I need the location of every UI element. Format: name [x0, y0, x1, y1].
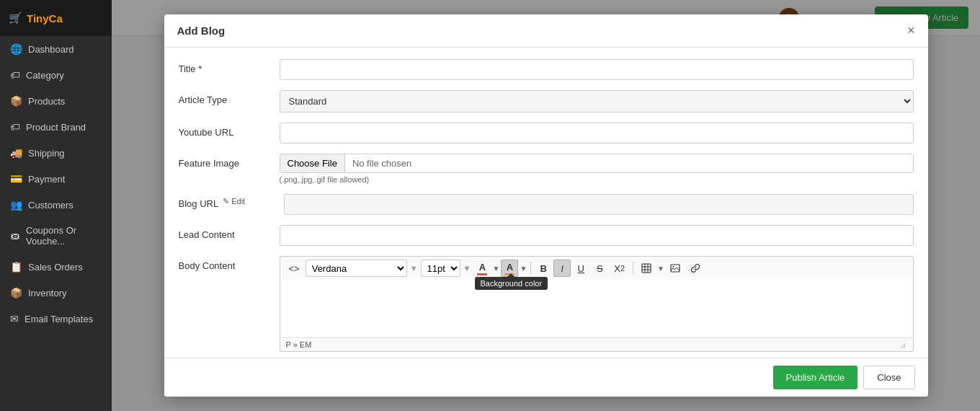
- sidebar-item-coupons[interactable]: 🎟 Coupons Or Vouche...: [0, 218, 112, 254]
- category-icon: 🏷: [10, 69, 20, 81]
- table-button[interactable]: [637, 260, 656, 277]
- svg-rect-0: [642, 264, 651, 273]
- blog-url-input[interactable]: [284, 194, 914, 215]
- image-button[interactable]: [666, 260, 685, 277]
- blog-url-label: Blog URL: [179, 194, 219, 209]
- link-button[interactable]: [686, 260, 705, 277]
- text-color-label: A: [479, 262, 486, 273]
- brand-name: TinyCa: [27, 12, 63, 25]
- table-chevron[interactable]: ▼: [657, 265, 664, 273]
- sidebar-item-product-brand[interactable]: 🏷 Product Brand: [0, 114, 112, 140]
- youtube-url-input[interactable]: [280, 123, 914, 143]
- title-row: Title *: [179, 59, 914, 80]
- sidebar-item-category[interactable]: 🏷 Category: [0, 62, 112, 88]
- bg-color-button[interactable]: A: [501, 260, 518, 277]
- title-input[interactable]: [280, 59, 914, 80]
- sidebar-item-label: Payment: [28, 174, 65, 185]
- blog-url-label-group: Blog URL ✎ Edit: [179, 194, 280, 209]
- email-templates-icon: ✉: [10, 313, 19, 324]
- sidebar: 🛒 TinyCa 🌐 Dashboard 🏷 Category 📦 Produc…: [0, 0, 112, 411]
- choose-file-button[interactable]: Choose File: [280, 154, 345, 172]
- sidebar-item-label: Email Templates: [24, 314, 93, 324]
- publish-article-button[interactable]: Publish Article: [773, 366, 858, 389]
- body-content-label: Body Content: [179, 256, 280, 271]
- feature-image-label: Feature Image: [179, 154, 280, 169]
- sidebar-item-label: Sales Orders: [28, 262, 83, 273]
- bg-color-chevron[interactable]: ▼: [520, 265, 527, 273]
- body-content-row: Body Content <> Verdana Arial Times New …: [179, 256, 914, 352]
- text-color-chevron[interactable]: ▼: [492, 265, 499, 273]
- main-content: 👤 Administrator + Add New Article Add Bl…: [112, 0, 980, 411]
- lead-content-input[interactable]: [280, 225, 914, 246]
- sidebar-logo: 🛒 TinyCa: [0, 0, 112, 36]
- sidebar-item-label: Inventory: [28, 288, 66, 299]
- sidebar-item-payment[interactable]: 💳 Payment: [0, 166, 112, 192]
- modal-overlay: Add Blog × Title * Article Type Standard…: [112, 0, 980, 411]
- svg-rect-5: [671, 265, 680, 272]
- modal-header: Add Blog ×: [164, 14, 928, 48]
- svg-point-6: [672, 266, 674, 268]
- product-brand-icon: 🏷: [10, 121, 20, 133]
- editor-statusbar: P » EM ⊿: [280, 337, 914, 352]
- sidebar-item-products[interactable]: 📦 Products: [0, 88, 112, 114]
- text-color-button[interactable]: A: [473, 260, 491, 277]
- file-row: Choose File No file chosen: [280, 154, 914, 173]
- customers-icon: 👥: [10, 199, 22, 211]
- title-label: Title *: [179, 59, 280, 74]
- modal-footer: Publish Article Close: [164, 358, 928, 397]
- font-size-select[interactable]: 11pt 12pt 14pt: [421, 260, 460, 277]
- resize-handle[interactable]: ⊿: [900, 341, 907, 348]
- italic-button[interactable]: I: [553, 260, 571, 277]
- underline-button[interactable]: U: [572, 260, 589, 277]
- image-icon: [670, 263, 680, 273]
- editor-wrapper: <> Verdana Arial Times New Roman ▼ 11pt …: [280, 256, 914, 352]
- logo-icon: 🛒: [9, 12, 22, 25]
- youtube-url-row: Youtube URL: [179, 123, 914, 143]
- sales-orders-icon: 📋: [10, 261, 22, 273]
- sidebar-item-customers[interactable]: 👥 Customers: [0, 192, 112, 218]
- article-type-select[interactable]: Standard Video Gallery: [280, 90, 914, 112]
- add-blog-modal: Add Blog × Title * Article Type Standard…: [164, 14, 928, 397]
- sidebar-item-label: Dashboard: [28, 44, 74, 55]
- sidebar-item-label: Category: [26, 70, 64, 81]
- strikethrough-button[interactable]: S: [591, 260, 608, 277]
- lead-content-label: Lead Content: [179, 225, 280, 240]
- article-type-row: Article Type Standard Video Gallery: [179, 90, 914, 112]
- sidebar-item-label: Products: [28, 96, 65, 107]
- editor-status-text: P » EM: [286, 340, 312, 349]
- feature-image-row: Feature Image Choose File No file chosen…: [179, 154, 914, 184]
- sidebar-item-sales-orders[interactable]: 📋 Sales Orders: [0, 254, 112, 280]
- shipping-icon: 🚚: [10, 147, 22, 159]
- blog-url-row: Blog URL ✎ Edit: [179, 194, 914, 215]
- sidebar-item-inventory[interactable]: 📦 Inventory: [0, 280, 112, 306]
- youtube-url-label: Youtube URL: [179, 123, 280, 138]
- bg-color-label: A: [507, 262, 513, 273]
- sidebar-item-label: Customers: [28, 200, 74, 211]
- file-input-wrapper: Choose File No file chosen (.png,.jpg,.g…: [280, 154, 914, 184]
- sidebar-item-dashboard[interactable]: 🌐 Dashboard: [0, 36, 112, 62]
- blog-url-edit-link[interactable]: ✎ Edit: [223, 197, 245, 206]
- sidebar-item-shipping[interactable]: 🚚 Shipping: [0, 140, 112, 166]
- modal-title: Add Blog: [177, 25, 226, 37]
- toolbar-divider-1: [530, 262, 531, 275]
- file-name-text: No file chosen: [345, 154, 419, 172]
- payment-icon: 💳: [10, 173, 22, 185]
- table-icon: [641, 263, 651, 273]
- modal-body: Title * Article Type Standard Video Gall…: [164, 48, 928, 358]
- modal-close-button[interactable]: ×: [907, 23, 915, 38]
- toolbar-divider-2: [633, 262, 633, 275]
- file-hint-text: (.png,.jpg,.gif file allowed): [280, 175, 914, 184]
- dashboard-icon: 🌐: [10, 43, 22, 55]
- products-icon: 📦: [10, 95, 22, 107]
- article-type-label: Article Type: [179, 90, 280, 105]
- inventory-icon: 📦: [10, 287, 22, 299]
- bold-button[interactable]: B: [535, 260, 552, 277]
- subscript-button[interactable]: X2: [610, 260, 629, 277]
- sidebar-item-email-templates[interactable]: ✉ Email Templates: [0, 306, 112, 332]
- code-view-button[interactable]: <>: [285, 260, 304, 277]
- font-family-select[interactable]: Verdana Arial Times New Roman: [306, 260, 407, 277]
- editor-area[interactable]: [280, 280, 914, 337]
- sidebar-item-label: Shipping: [28, 148, 65, 159]
- editor-toolbar: <> Verdana Arial Times New Roman ▼ 11pt …: [280, 256, 914, 280]
- close-button[interactable]: Close: [863, 366, 914, 389]
